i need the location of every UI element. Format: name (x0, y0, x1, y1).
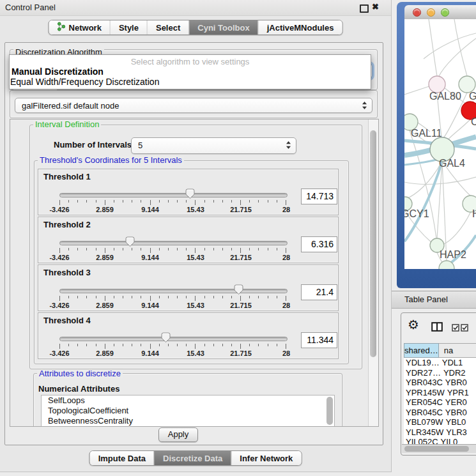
threshold-2-value-field[interactable]: 6.316 (301, 236, 337, 252)
slider-track[interactable] (59, 289, 288, 293)
table-row[interactable]: YDR27…YDR2 (404, 368, 476, 378)
network-window-titlebar (404, 5, 476, 20)
table-data-combobox[interactable]: galFiltered.sif default node (15, 98, 372, 113)
node-label: H (472, 208, 476, 219)
tab-jactivemnodules[interactable]: jActiveMNodules (258, 20, 342, 35)
table-row[interactable]: YDL19…YDL1 (404, 358, 476, 368)
threshold-label: Threshold 3 (43, 268, 91, 277)
close-light-icon[interactable] (413, 8, 421, 17)
numerical-attributes-list[interactable]: SelfLoopsTopologicalCoefficientBetweenne… (41, 395, 335, 427)
slider-scale-label: 15.43 (187, 302, 204, 309)
threshold-3-value-field[interactable]: 21.4 (301, 284, 337, 300)
tab-label: Discretize Data (163, 454, 222, 463)
slider-track[interactable] (59, 337, 288, 341)
close-icon[interactable]: ✖ (372, 2, 379, 12)
slider-scale-label: -3.426 (49, 254, 69, 261)
control-panel-titlebar: Control Panel ✖ (0, 0, 391, 16)
slider-ticks (59, 248, 286, 254)
table-row[interactable]: YER054CYER0 (404, 397, 476, 408)
cell-shared-name: YDR27… (404, 368, 441, 378)
attributes-scrollbar[interactable] (326, 397, 333, 425)
threshold-label: Threshold 1 (43, 172, 91, 181)
table-row[interactable]: YPR145WYPR1 (404, 388, 476, 398)
cell-shared-name: YBR043C (404, 378, 443, 388)
number-of-intervals-combobox[interactable]: 5 (131, 137, 296, 154)
algorithm-option-manual[interactable]: Manual Discretization (10, 66, 371, 77)
top-tab-bar: NetworkStyleSelectCyni ToolboxjActiveMNo… (49, 20, 343, 35)
tab-label: Style (119, 23, 139, 33)
tab-label: Network (69, 23, 102, 33)
table-row[interactable]: YIL052CYIL0 (404, 437, 476, 444)
threshold-label: Threshold 2 (43, 220, 91, 229)
attribute-list-item[interactable]: TopologicalCoefficient (42, 406, 334, 416)
node-table[interactable]: shared…na YDL19…YDL1YDR27…YDR2YBR043CYBR… (404, 343, 476, 444)
threshold-1-row: Threshold 1-3.4262.8599.14415.4321.71528… (38, 169, 339, 215)
cell-name: YLR3 (443, 427, 476, 438)
screen: Control Panel ✖ NetworkStyleSelectCyni T… (0, 0, 476, 476)
attribute-list-item[interactable]: BetweennessCentrality (42, 416, 334, 426)
tab-discretize-data[interactable]: Discretize Data (154, 451, 231, 465)
algorithm-option-equal-width[interactable]: Equal Width/Frequency Discretization (10, 77, 371, 87)
numerical-attributes-label: Numerical Attributes (38, 384, 119, 394)
cell-shared-name: YBL079W (404, 417, 443, 427)
column-header-2[interactable]: na (439, 343, 476, 358)
bottom-tab-bar: Impute DataDiscretize DataInfer Network (89, 450, 302, 466)
float-window-icon[interactable] (360, 4, 369, 13)
cell-name: YIL0 (438, 437, 476, 444)
slider-scale-label: 9.144 (141, 302, 159, 309)
table-panel-title: Table Panel (404, 295, 448, 304)
scrollbar-thumb[interactable] (370, 130, 376, 357)
checkbox-checked-icon[interactable] (461, 323, 468, 334)
tab-network[interactable]: Network (49, 20, 110, 35)
tab-label: Select (156, 23, 180, 33)
algorithm-placeholder-item[interactable]: Select algorithm to view settings (10, 55, 371, 66)
slider-track[interactable] (59, 241, 288, 245)
slider-scale-label: 28 (282, 349, 290, 357)
cell-shared-name: YIL052C (404, 437, 438, 444)
table-row[interactable]: YBL079WYBL0 (404, 417, 476, 427)
stepper-arrows-icon (286, 141, 291, 151)
gear-icon[interactable]: ⚙ (408, 317, 419, 332)
slider-scale-label: -3.426 (49, 206, 69, 213)
threshold-1-value-field[interactable]: 14.713 (301, 188, 337, 204)
threshold-4-value-field[interactable]: 11.344 (301, 332, 337, 348)
scrollbar-thumb[interactable] (404, 446, 469, 452)
table-data-value: galFiltered.sif default node (22, 101, 119, 111)
tab-infer-network[interactable]: Infer Network (231, 451, 301, 465)
tab-impute-data[interactable]: Impute Data (90, 451, 154, 465)
cell-name: YBR0 (443, 408, 476, 418)
table-horizontal-scrollbar[interactable] (402, 444, 476, 453)
tab-style[interactable]: Style (110, 20, 147, 35)
tab-select[interactable]: Select (147, 20, 188, 35)
panel-vertical-scrollbar[interactable] (368, 119, 378, 426)
table-rows: YDL19…YDL1YDR27…YDR2YBR043CYBR0YPR145WYP… (404, 358, 476, 444)
algorithm-dropdown-popup: Select algorithm to view settings Manual… (9, 54, 371, 89)
slider-scale-label: 2.859 (96, 302, 114, 309)
minimize-light-icon[interactable] (427, 8, 435, 17)
slider-scale-label: 15.43 (187, 254, 204, 261)
tab-cyni-toolbox[interactable]: Cyni Toolbox (188, 20, 257, 35)
column-header-1[interactable]: shared… (404, 343, 439, 358)
cell-name: YBR0 (443, 378, 476, 388)
attribute-list-item[interactable]: SelfLoops (42, 395, 334, 406)
zoom-light-icon[interactable] (441, 8, 449, 17)
interval-definition-title: Interval Definition (33, 120, 101, 129)
network-canvas[interactable]: GAL80GACGAL11GAL4GCY1HHAP2 (404, 19, 476, 269)
tab-label: jActiveMNodules (267, 23, 334, 33)
split-view-icon[interactable] (431, 322, 443, 334)
cyni-toolbox-panel: Discretization Algorithm Select algorith… (4, 42, 383, 445)
slider-ticks (59, 296, 286, 302)
cell-shared-name: YDL19… (404, 358, 440, 368)
slider-ticks (59, 200, 286, 206)
table-row[interactable]: YBR043CYBR0 (404, 378, 476, 388)
slider-scale-label: 2.859 (96, 349, 114, 357)
threshold-3-row: Threshold 3-3.4262.8599.14415.4321.71528… (38, 265, 339, 311)
slider-track[interactable] (59, 193, 288, 197)
node-label: GAL80 (429, 91, 461, 102)
cell-name: YDL1 (440, 358, 476, 368)
stepper-arrows-icon (362, 101, 367, 112)
apply-button[interactable]: Apply (158, 427, 198, 442)
table-row[interactable]: YBR045CYBR0 (404, 408, 476, 418)
table-row[interactable]: YLR345WYLR3 (404, 427, 476, 438)
checkbox-checked-icon[interactable] (452, 323, 459, 334)
